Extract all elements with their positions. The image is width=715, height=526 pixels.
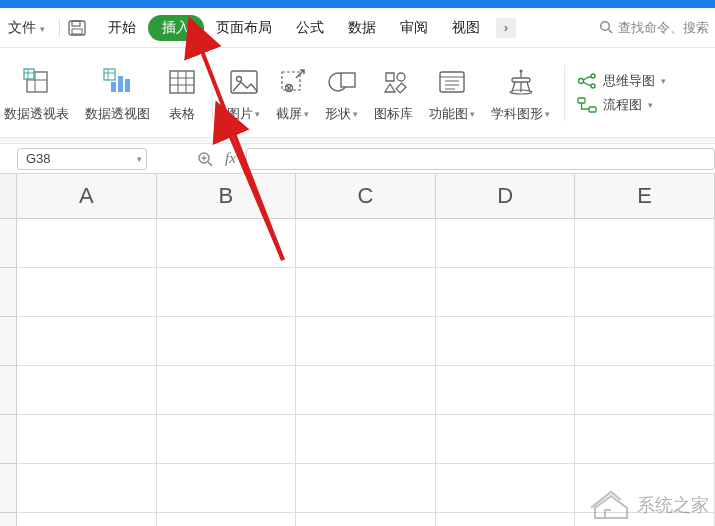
ribbon-label: 数据透视图	[85, 105, 150, 123]
row-header[interactable]	[0, 366, 17, 415]
cell[interactable]	[157, 464, 297, 513]
cell[interactable]	[157, 513, 297, 526]
file-menu[interactable]: 文件 ▾	[6, 15, 47, 41]
ribbon-pivot-chart[interactable]: 数据透视图	[77, 48, 158, 137]
svg-line-43	[208, 162, 212, 166]
svg-rect-35	[512, 78, 530, 82]
command-search[interactable]: 查找命令、搜索	[599, 19, 709, 37]
name-box[interactable]: G38 ▾	[17, 148, 147, 170]
fx-button[interactable]: fx	[225, 150, 236, 167]
cell[interactable]	[296, 317, 436, 366]
cell[interactable]	[157, 415, 297, 464]
ribbon-shapes[interactable]: 形状▾	[317, 48, 366, 137]
tab-view[interactable]: 视图	[440, 13, 492, 43]
table-icon	[168, 63, 196, 101]
row-header[interactable]	[0, 219, 17, 268]
cell[interactable]	[575, 415, 715, 464]
column-header-A[interactable]: A	[17, 174, 157, 219]
cell[interactable]	[157, 219, 297, 268]
grid-row	[0, 415, 715, 464]
cell[interactable]	[296, 513, 436, 526]
cell[interactable]	[296, 464, 436, 513]
ribbon-flowchart[interactable]: 流程图▾	[577, 96, 666, 114]
spreadsheet-grid[interactable]: A B C D E	[0, 174, 715, 526]
ribbon-label: 图标库	[374, 105, 413, 123]
save-icon[interactable]	[68, 20, 86, 36]
cell[interactable]	[575, 464, 715, 513]
ribbon-picture[interactable]: 图片▾	[219, 48, 268, 137]
row-header[interactable]	[0, 317, 17, 366]
menu-tabs: 开始 插入 页面布局 公式 数据 审阅 视图 ›	[96, 13, 516, 43]
mindmap-icon	[577, 73, 597, 89]
name-box-value: G38	[26, 151, 51, 166]
ribbon-screenshot[interactable]: 截屏▾	[268, 48, 317, 137]
ribbon-mindmap[interactable]: 思维导图▾	[577, 72, 666, 90]
ribbon-side-group: 思维导图▾ 流程图▾	[571, 72, 672, 114]
tab-data[interactable]: 数据	[336, 13, 388, 43]
cell[interactable]	[436, 219, 576, 268]
cell[interactable]	[157, 268, 297, 317]
column-header-B[interactable]: B	[157, 174, 297, 219]
grid-row	[0, 464, 715, 513]
tab-review[interactable]: 审阅	[388, 13, 440, 43]
tab-page-layout[interactable]: 页面布局	[204, 13, 284, 43]
row-header[interactable]	[0, 268, 17, 317]
cell[interactable]	[296, 219, 436, 268]
zoom-icon[interactable]	[197, 151, 213, 167]
svg-rect-11	[111, 82, 116, 92]
cell[interactable]	[157, 317, 297, 366]
cell[interactable]	[17, 513, 157, 526]
menu-bar: 文件 ▾ 开始 插入 页面布局 公式 数据 审阅 视图 › 查找命令、搜索	[0, 8, 715, 48]
column-header-C[interactable]: C	[296, 174, 436, 219]
grid-row	[0, 268, 715, 317]
svg-point-34	[519, 69, 522, 72]
ribbon-label: 形状	[325, 105, 351, 123]
select-all-corner[interactable]	[0, 174, 17, 219]
ribbon-icon-library[interactable]: 图标库	[366, 48, 421, 137]
ribbon-function-chart[interactable]: 功能图▾	[421, 48, 483, 137]
cell[interactable]	[296, 268, 436, 317]
cell[interactable]	[436, 268, 576, 317]
cell[interactable]	[575, 366, 715, 415]
cell[interactable]	[17, 415, 157, 464]
column-header-D[interactable]: D	[436, 174, 576, 219]
cell[interactable]	[436, 415, 576, 464]
chevron-down-icon: ▾	[470, 109, 475, 119]
ribbon-table[interactable]: 表格	[158, 48, 206, 137]
tab-start[interactable]: 开始	[96, 13, 148, 43]
svg-rect-27	[341, 73, 355, 87]
cell[interactable]	[17, 366, 157, 415]
tab-formula[interactable]: 公式	[284, 13, 336, 43]
column-header-E[interactable]: E	[575, 174, 715, 219]
mindmap-label: 思维导图	[603, 72, 655, 90]
ribbon-label: 数据透视表	[4, 105, 69, 123]
cell[interactable]	[296, 366, 436, 415]
cell[interactable]	[17, 464, 157, 513]
ribbon-pivot-table[interactable]: 数据透视表	[4, 48, 77, 137]
svg-point-38	[591, 74, 595, 78]
ribbon-separator	[564, 65, 565, 121]
formula-bar: G38 ▾ fx	[0, 144, 715, 174]
cell[interactable]	[157, 366, 297, 415]
cell[interactable]	[575, 513, 715, 526]
tab-insert[interactable]: 插入	[148, 15, 204, 41]
row-header[interactable]	[0, 415, 17, 464]
cell[interactable]	[17, 219, 157, 268]
tabs-more-button[interactable]: ›	[496, 18, 516, 38]
formula-input[interactable]	[246, 148, 715, 170]
cell[interactable]	[575, 317, 715, 366]
cell[interactable]	[296, 415, 436, 464]
cell[interactable]	[17, 268, 157, 317]
cell[interactable]	[436, 513, 576, 526]
cell[interactable]	[17, 317, 157, 366]
title-bar	[0, 0, 715, 8]
cell[interactable]	[436, 464, 576, 513]
ribbon-subject-shapes[interactable]: 学科图形▾	[483, 48, 558, 137]
cell[interactable]	[575, 219, 715, 268]
cell[interactable]	[436, 317, 576, 366]
cell[interactable]	[575, 268, 715, 317]
row-header[interactable]	[0, 513, 17, 526]
row-header[interactable]	[0, 464, 17, 513]
subject-shapes-icon	[506, 63, 536, 101]
cell[interactable]	[436, 366, 576, 415]
